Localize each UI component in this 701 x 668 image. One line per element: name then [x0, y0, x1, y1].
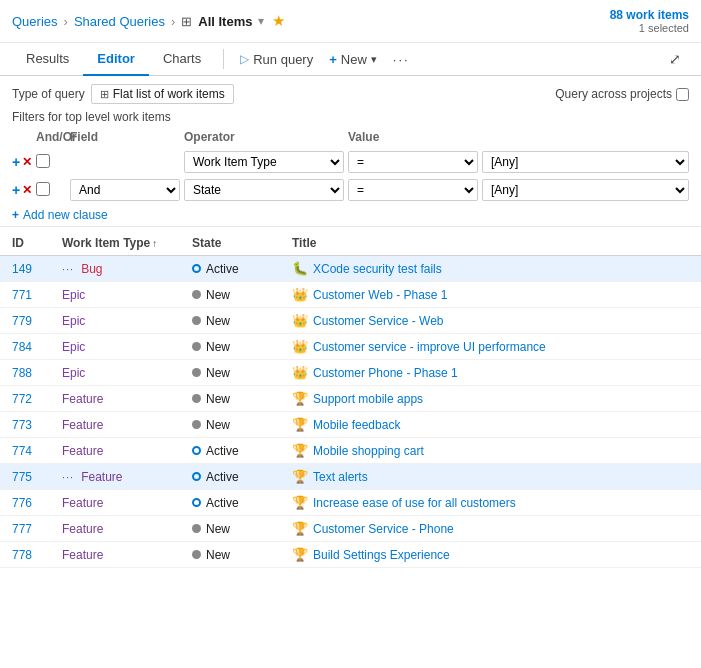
- breadcrumb-shared[interactable]: Shared Queries: [74, 14, 165, 29]
- row-type: Epic: [62, 366, 192, 380]
- row-type: Feature: [62, 548, 192, 562]
- table-row[interactable]: 788 Epic New 👑Customer Phone - Phase 1: [0, 360, 701, 386]
- row-type: Feature: [62, 522, 192, 536]
- filter1-checkbox[interactable]: [36, 154, 50, 168]
- row-title[interactable]: 🏆Mobile feedback: [292, 417, 689, 432]
- table-row[interactable]: 771 Epic New 👑Customer Web - Phase 1: [0, 282, 701, 308]
- filter2-operator-select[interactable]: =: [348, 179, 478, 201]
- filter1-field-select[interactable]: Work Item Type: [184, 151, 344, 173]
- row-title[interactable]: 👑Customer Web - Phase 1: [292, 287, 689, 302]
- filter1-operator-select[interactable]: =: [348, 151, 478, 173]
- table-row[interactable]: 784 Epic New 👑Customer service - improve…: [0, 334, 701, 360]
- tab-editor[interactable]: Editor: [83, 43, 149, 76]
- table-row[interactable]: 773 Feature New 🏆Mobile feedback: [0, 412, 701, 438]
- breadcrumb-root[interactable]: Queries: [12, 14, 58, 29]
- add-new-clause-button[interactable]: + Add new clause: [12, 208, 689, 222]
- table-row[interactable]: 778 Feature New 🏆Build Settings Experien…: [0, 542, 701, 568]
- filter-col-operator-header: Operator: [184, 130, 344, 144]
- row-state: New: [192, 314, 292, 328]
- row-state: New: [192, 392, 292, 406]
- run-icon: ▷: [240, 52, 249, 66]
- table-row[interactable]: 775 ···Feature Active 🏆Text alerts: [0, 464, 701, 490]
- row-type: Epic: [62, 314, 192, 328]
- filter1-add-icon[interactable]: +: [12, 154, 20, 170]
- new-plus-icon: +: [329, 52, 337, 67]
- filter2-andor-select[interactable]: And Or: [70, 179, 180, 201]
- row-title[interactable]: 🐛XCode security test fails: [292, 261, 689, 276]
- row-state: Active: [192, 496, 292, 510]
- filter2-remove-icon[interactable]: ✕: [22, 183, 32, 197]
- row-type: Feature: [62, 444, 192, 458]
- breadcrumb-star-icon[interactable]: ★: [272, 12, 285, 30]
- new-button[interactable]: + New ▾: [321, 48, 385, 71]
- row-type: Epic: [62, 340, 192, 354]
- filters-top-level-label: Filters for top level work items: [12, 110, 689, 124]
- row-id: 149: [12, 262, 62, 276]
- filter1-remove-icon[interactable]: ✕: [22, 155, 32, 169]
- run-query-label: Run query: [253, 52, 313, 67]
- expand-button[interactable]: ⤢: [661, 47, 689, 71]
- row-id: 778: [12, 548, 62, 562]
- row-title[interactable]: 🏆Mobile shopping cart: [292, 443, 689, 458]
- breadcrumb-current[interactable]: All Items: [198, 14, 252, 29]
- filter2-add-icon[interactable]: +: [12, 182, 20, 198]
- row-type: Feature: [62, 496, 192, 510]
- query-across-checkbox[interactable]: [676, 88, 689, 101]
- col-header-type[interactable]: Work Item Type ↑: [62, 236, 192, 250]
- row-title[interactable]: 🏆Build Settings Experience: [292, 547, 689, 562]
- filter-row-1: + ✕ Work Item Type = [Any]: [12, 148, 689, 176]
- row-title[interactable]: 🏆Customer Service - Phone: [292, 521, 689, 536]
- row-type: Feature: [62, 418, 192, 432]
- row-state: Active: [192, 262, 292, 276]
- filter2-field-select[interactable]: State: [184, 179, 344, 201]
- query-across-label: Query across projects: [555, 87, 672, 101]
- row-type: ···Feature: [62, 470, 192, 484]
- table-row[interactable]: 776 Feature Active 🏆Increase ease of use…: [0, 490, 701, 516]
- row-title[interactable]: 🏆Increase ease of use for all customers: [292, 495, 689, 510]
- row-id: 774: [12, 444, 62, 458]
- breadcrumb-sep2: ›: [171, 14, 175, 29]
- add-clause-label: Add new clause: [23, 208, 108, 222]
- table-row[interactable]: 149 ···Bug Active 🐛XCode security test f…: [0, 256, 701, 282]
- query-type-selector[interactable]: ⊞ Flat list of work items: [91, 84, 234, 104]
- col-header-id[interactable]: ID: [12, 236, 62, 250]
- filter-col-andor-header: And/Or: [36, 130, 66, 144]
- filter2-value-select[interactable]: [Any]: [482, 179, 689, 201]
- filter-col-value-header: Value: [348, 130, 478, 144]
- row-title[interactable]: 🏆Text alerts: [292, 469, 689, 484]
- row-id: 777: [12, 522, 62, 536]
- col-header-title[interactable]: Title: [292, 236, 689, 250]
- filter-col-field-header: Field: [70, 130, 180, 144]
- table-row[interactable]: 779 Epic New 👑Customer Service - Web: [0, 308, 701, 334]
- table-row[interactable]: 777 Feature New 🏆Customer Service - Phon…: [0, 516, 701, 542]
- row-state: New: [192, 340, 292, 354]
- row-title[interactable]: 🏆Support mobile apps: [292, 391, 689, 406]
- row-state: New: [192, 522, 292, 536]
- breadcrumb-grid-icon: ⊞: [181, 14, 192, 29]
- row-id: 788: [12, 366, 62, 380]
- tab-charts[interactable]: Charts: [149, 43, 215, 76]
- query-type-label: Type of query: [12, 87, 85, 101]
- run-query-button[interactable]: ▷ Run query: [232, 48, 321, 71]
- table-row[interactable]: 772 Feature New 🏆Support mobile apps: [0, 386, 701, 412]
- more-button[interactable]: ···: [385, 48, 418, 71]
- filter2-checkbox[interactable]: [36, 182, 50, 196]
- query-type-value: Flat list of work items: [113, 87, 225, 101]
- row-title[interactable]: 👑Customer service - improve UI performan…: [292, 339, 689, 354]
- row-id: 779: [12, 314, 62, 328]
- row-id: 775: [12, 470, 62, 484]
- row-state: New: [192, 288, 292, 302]
- table-row[interactable]: 774 Feature Active 🏆Mobile shopping cart: [0, 438, 701, 464]
- col-header-state[interactable]: State: [192, 236, 292, 250]
- sort-asc-icon: ↑: [152, 238, 157, 249]
- row-title[interactable]: 👑Customer Service - Web: [292, 313, 689, 328]
- row-title[interactable]: 👑Customer Phone - Phase 1: [292, 365, 689, 380]
- row-type: Epic: [62, 288, 192, 302]
- tab-results[interactable]: Results: [12, 43, 83, 76]
- breadcrumb-dropdown-icon[interactable]: ▾: [258, 14, 264, 28]
- filter1-value-select[interactable]: [Any]: [482, 151, 689, 173]
- new-label: New: [341, 52, 367, 67]
- row-id: 772: [12, 392, 62, 406]
- row-state: Active: [192, 470, 292, 484]
- row-id: 773: [12, 418, 62, 432]
